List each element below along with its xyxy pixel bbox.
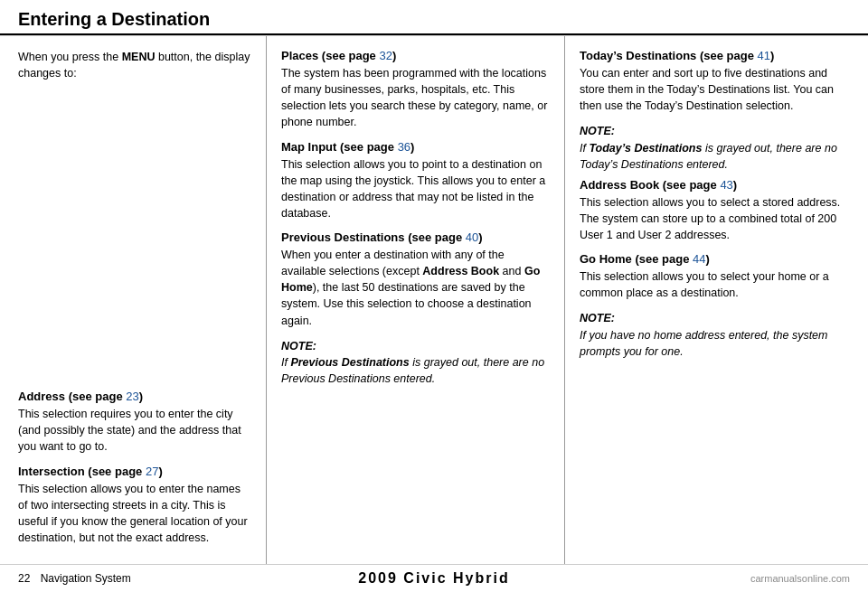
note2-label: NOTE: [580,123,854,139]
intersection-page-link[interactable]: 27 [146,465,158,478]
address-book-body: This selection allows you to select a st… [580,194,854,243]
col-right: Today’s Destinations (see page 41) You c… [565,36,868,564]
intersection-body: This selection allows you to enter the n… [18,481,251,547]
map-input-title: Map Input (see page 36) [281,140,550,154]
map-input-section: Map Input (see page 36) This selection a… [281,140,550,222]
page-number: 22 [18,572,30,585]
page-footer: 22 Navigation System 2009 Civic Hybrid c… [0,564,868,592]
note1-label: NOTE: [281,338,550,354]
address-section: Address (see page 23) This selection req… [18,390,251,464]
places-page-link[interactable]: 32 [379,49,392,62]
footer-center-text: 2009 Civic Hybrid [358,570,509,587]
address-book-section: Address Book (see page 43) This selectio… [580,178,854,243]
col-left: When you press the MENU button, the disp… [0,36,267,564]
note2-text: If Today’s Destinations is grayed out, t… [580,140,854,173]
todays-dest-section: Today’s Destinations (see page 41) You c… [580,49,854,114]
intro-before-bold: When you press the [18,51,122,63]
todays-dest-title: Today’s Destinations (see page 41) [580,49,854,62]
page-header: Entering a Destination [0,0,868,35]
address-book-title: Address Book (see page 43) [580,178,854,192]
prev-dest-title: Previous Destinations (see page 40) [281,230,550,244]
note1-block: NOTE: If Previous Destinations is grayed… [281,338,550,387]
address-page-link[interactable]: 23 [126,390,138,403]
intersection-section: Intersection (see page 27) This selectio… [18,465,251,556]
intersection-title: Intersection (see page 27) [18,465,251,478]
intro-text: When you press the MENU button, the disp… [18,49,251,81]
page-title: Entering a Destination [18,9,850,30]
footer-nav-label: Navigation System [41,572,131,585]
places-title: Places (see page 32) [281,49,550,62]
go-home-section: Go Home (see page 44) This selection all… [580,252,854,301]
places-body: The system has been programmed with the … [281,65,550,131]
note3-label: NOTE: [580,310,854,326]
address-title: Address (see page 23) [18,390,251,403]
note1-text: If Previous Destinations is grayed out, … [281,354,550,387]
address-body: This selection requires you to enter the… [18,406,251,455]
note2-block: NOTE: If Today’s Destinations is grayed … [580,123,854,172]
note3-block: NOTE: If you have no home address entere… [580,310,854,359]
map-input-body: This selection allows you to point to a … [281,156,550,222]
page: Entering a Destination When you press th… [0,0,868,592]
todays-dest-page-link[interactable]: 41 [758,49,770,62]
prev-dest-page-link[interactable]: 40 [466,230,478,244]
go-home-title: Go Home (see page 44) [580,252,854,266]
content-area: When you press the MENU button, the disp… [0,35,868,564]
intro-bold: MENU [122,51,156,63]
map-input-page-link[interactable]: 36 [398,140,410,154]
go-home-body: This selection allows you to select your… [580,268,854,301]
places-section: Places (see page 32) The system has been… [281,49,550,131]
go-home-page-link[interactable]: 44 [693,252,705,266]
upper-spacer: When you press the MENU button, the disp… [18,49,251,390]
prev-dest-section: Previous Destinations (see page 40) When… [281,230,550,329]
address-book-page-link[interactable]: 43 [720,178,732,192]
todays-dest-body: You can enter and sort up to five destin… [580,65,854,114]
footer-left: 22 Navigation System [18,572,131,585]
footer-watermark: carmanualsonline.com [750,573,850,584]
note3-text: If you have no home address entered, the… [580,327,854,360]
col-middle: Places (see page 32) The system has been… [267,36,565,564]
prev-dest-body: When you enter a destination with any of… [281,247,550,329]
